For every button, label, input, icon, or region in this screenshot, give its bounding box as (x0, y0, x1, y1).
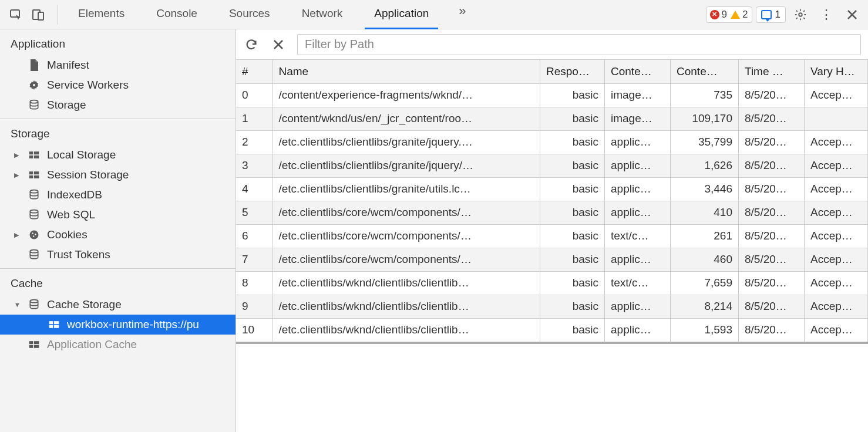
cell-time: 8/5/20… (739, 83, 805, 107)
cell-response: basic (540, 295, 605, 318)
disclosure-triangle[interactable]: ▶ (14, 231, 20, 239)
col-content-type[interactable]: Conte… (605, 60, 671, 83)
settings-icon[interactable] (789, 4, 812, 26)
table-row[interactable]: 3/etc.clientlibs/clientlibs/granite/jque… (236, 154, 868, 177)
table-row[interactable]: 6/etc.clientlibs/core/wcm/components/…ba… (236, 224, 868, 248)
cell-time: 8/5/20… (739, 130, 805, 154)
cell-time: 8/5/20… (739, 177, 805, 201)
tab-network[interactable]: Network (292, 0, 352, 29)
cell-content-length: 35,799 (671, 130, 739, 154)
svg-rect-28 (34, 341, 39, 344)
svg-point-15 (30, 190, 38, 193)
cache-storage-pane: # Name Respo… Conte… Conte… Time … Vary … (236, 29, 868, 432)
disclosure-triangle[interactable]: ▶ (14, 151, 20, 159)
db-icon (27, 189, 41, 201)
svg-point-3 (799, 13, 802, 16)
disclosure-triangle[interactable]: ▶ (14, 171, 20, 179)
svg-rect-25 (49, 325, 53, 328)
cell-response: basic (540, 271, 605, 295)
sidebar-item[interactable]: ▼Cache Storage (0, 295, 235, 315)
tab-elements[interactable]: Elements (69, 0, 134, 29)
sidebar-item[interactable]: Web SQL (0, 205, 235, 225)
cell-response: basic (540, 201, 605, 224)
svg-point-17 (30, 231, 39, 239)
table-row[interactable]: 9/etc.clientlibs/wknd/clientlibs/clientl… (236, 295, 868, 318)
more-tabs-icon[interactable]: » (451, 0, 473, 22)
sidebar-item[interactable]: Application Cache (0, 335, 235, 355)
cell-content-length: 261 (671, 224, 739, 248)
svg-point-19 (35, 234, 36, 235)
sidebar-item[interactable]: Storage (0, 95, 235, 115)
cell-index: 6 (236, 224, 272, 248)
refresh-icon[interactable] (243, 36, 260, 53)
cell-index: 5 (236, 201, 272, 224)
sidebar-item[interactable]: Manifest (0, 55, 235, 75)
cell-vary: Accep… (805, 130, 868, 154)
filter-input[interactable] (297, 34, 861, 55)
table-row[interactable]: 1/content/wknd/us/en/_jcr_content/roo…ba… (236, 107, 868, 130)
item-label: Cache Storage (47, 298, 122, 311)
toolbar-right: ✕ 9 2 1 ⋮ (706, 4, 863, 26)
svg-point-16 (30, 210, 38, 213)
item-label: Application Cache (47, 338, 137, 351)
table-row[interactable]: 8/etc.clientlibs/wknd/clientlibs/clientl… (236, 271, 868, 295)
messages-badge[interactable]: 1 (756, 6, 786, 23)
cell-content-type: applic… (605, 130, 671, 154)
application-sidebar: ApplicationManifestService WorkersStorag… (0, 29, 236, 432)
cell-content-type: text/c… (605, 224, 671, 248)
table-row[interactable]: 7/etc.clientlibs/core/wcm/components/…ba… (236, 248, 868, 271)
col-name[interactable]: Name (272, 60, 540, 83)
tab-application[interactable]: Application (365, 0, 438, 29)
disclosure-triangle[interactable]: ▼ (14, 301, 20, 308)
file-icon (27, 59, 41, 71)
main-content: ApplicationManifestService WorkersStorag… (0, 29, 868, 432)
cell-vary: Accep… (805, 154, 868, 177)
col-index[interactable]: # (236, 60, 272, 83)
cell-content-length: 1,593 (671, 318, 739, 342)
sidebar-item[interactable]: Service Workers (0, 75, 235, 95)
clear-icon[interactable] (270, 36, 287, 53)
table-row[interactable]: 4/etc.clientlibs/clientlibs/granite/util… (236, 177, 868, 201)
svg-point-21 (30, 250, 38, 253)
sidebar-item[interactable]: ▶Cookies (0, 225, 235, 245)
section-header: Application (0, 29, 235, 55)
col-time[interactable]: Time … (739, 60, 805, 83)
sidebar-item[interactable]: Trust Tokens (0, 245, 235, 265)
table-row[interactable]: 5/etc.clientlibs/core/wcm/components/…ba… (236, 201, 868, 224)
error-icon: ✕ (710, 10, 719, 19)
kebab-menu-icon[interactable]: ⋮ (815, 4, 837, 26)
console-issues-badge[interactable]: ✕ 9 2 (706, 6, 752, 23)
cell-content-length: 8,214 (671, 295, 739, 318)
cell-content-type: applic… (605, 295, 671, 318)
col-content-length[interactable]: Conte… (671, 60, 739, 83)
cell-name: /etc.clientlibs/wknd/clientlibs/clientli… (272, 318, 540, 342)
table-row[interactable]: 10/etc.clientlibs/wknd/clientlibs/client… (236, 318, 868, 342)
col-response[interactable]: Respo… (540, 60, 605, 83)
col-vary[interactable]: Vary H… (805, 60, 868, 83)
toggle-device-icon[interactable] (27, 4, 49, 26)
svg-rect-12 (34, 171, 39, 174)
tab-console[interactable]: Console (147, 0, 207, 29)
cell-index: 0 (236, 83, 272, 107)
cell-content-type: applic… (605, 201, 671, 224)
cell-vary: Accep… (805, 177, 868, 201)
sidebar-item[interactable]: workbox-runtime-https://pu (0, 315, 235, 335)
inspect-element-icon[interactable] (5, 4, 27, 26)
svg-rect-0 (11, 10, 19, 17)
cell-vary: Accep… (805, 201, 868, 224)
cell-content-length: 109,170 (671, 107, 739, 130)
svg-rect-11 (29, 171, 33, 174)
close-devtools-icon[interactable] (841, 4, 863, 26)
db-icon (27, 249, 41, 261)
sidebar-item[interactable]: IndexedDB (0, 185, 235, 205)
table-row[interactable]: 2/etc.clientlibs/clientlibs/granite/jque… (236, 130, 868, 154)
tab-sources[interactable]: Sources (220, 0, 280, 29)
item-label: Storage (47, 99, 86, 112)
sidebar-item[interactable]: ▶Local Storage (0, 145, 235, 165)
sidebar-item[interactable]: ▶Session Storage (0, 165, 235, 185)
svg-rect-13 (29, 176, 33, 178)
cell-response: basic (540, 154, 605, 177)
cell-response: basic (540, 130, 605, 154)
table-row[interactable]: 0/content/experience-fragments/wknd/…bas… (236, 83, 868, 107)
item-label: Local Storage (47, 148, 116, 161)
